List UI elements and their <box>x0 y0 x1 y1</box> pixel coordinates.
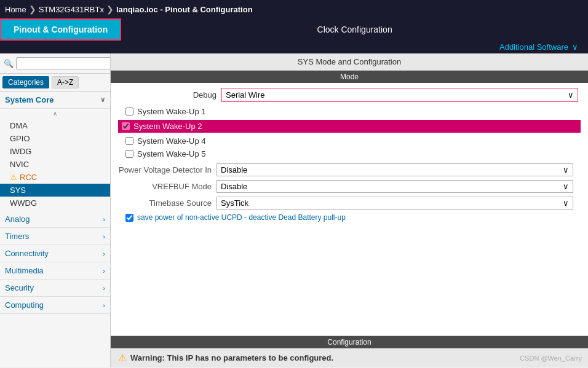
sidebar-tab-categories[interactable]: Categories <box>2 76 49 88</box>
sidebar-category-chevron-computing: › <box>103 302 105 309</box>
warning-triangle-icon: ⚠ <box>118 352 127 364</box>
sidebar-category-label-analog: Analog <box>5 214 30 224</box>
wakeup5-checkbox[interactable] <box>125 150 133 158</box>
sidebar-category-label-multimedia: Multimedia <box>5 266 44 275</box>
additional-software-label: Additional Software <box>499 42 568 52</box>
sidebar-category-chevron-analog: › <box>103 216 105 223</box>
sidebar-category-chevron-connectivity: › <box>103 250 105 257</box>
sidebar-section-chevron-system-core: ∨ <box>100 96 105 104</box>
sidebar-item-wwdg[interactable]: WWDG <box>0 197 110 209</box>
sidebar-tabs: Categories A->Z <box>0 74 110 92</box>
sidebar-item-label-iwdg: IWDG <box>10 147 31 156</box>
sidebar-category-security[interactable]: Security › <box>0 280 110 297</box>
wakeup4-label: System Wake-Up 4 <box>137 136 206 146</box>
wakeup2-row: System Wake-Up 2 <box>118 120 581 133</box>
wakeup5-row: System Wake-Up 5 <box>125 149 581 159</box>
sidebar-item-label-sys: SYS <box>10 186 26 195</box>
pvd-value: Disable <box>221 165 247 174</box>
additional-software-bar: Additional Software ∨ <box>0 41 588 53</box>
sidebar-category-label-computing: Computing <box>5 300 44 310</box>
sidebar-item-label-rcc: RCC <box>20 173 37 182</box>
breadcrumb-mcu[interactable]: STM32G431RBTx <box>39 5 104 14</box>
pvd-row: Power Voltage Detector In Disable ∨ <box>118 163 581 176</box>
timebase-select[interactable]: SysTick ∨ <box>217 197 573 209</box>
breadcrumb: Home ❯ STM32G431RBTx ❯ lanqiao.ioc - Pin… <box>0 0 588 18</box>
breadcrumb-sep-1: ❯ <box>29 4 36 14</box>
sidebar-category-computing[interactable]: Computing › <box>0 297 110 314</box>
sidebar-category-connectivity[interactable]: Connectivity › <box>0 245 110 262</box>
scroll-up-icon[interactable]: ∧ <box>53 110 57 117</box>
tab-clock[interactable]: Clock Configuration <box>121 18 588 41</box>
wakeup5-label: System Wake-Up 5 <box>137 149 206 159</box>
vrefbuf-row: VREFBUF Mode Disable ∨ <box>118 180 581 193</box>
content-title: SYS Mode and Configuration <box>111 53 588 71</box>
vrefbuf-arrow-icon: ∨ <box>563 182 569 191</box>
timebase-value: SysTick <box>221 198 248 208</box>
config-area: Debug Serial Wire ∨ System Wake-Up 1 Sys… <box>111 83 588 335</box>
bottom-section: Configuration ⚠ Warning: This IP has no … <box>111 335 588 367</box>
wakeup2-label: System Wake-Up 2 <box>133 122 202 131</box>
additional-chevron-icon[interactable]: ∨ <box>572 42 578 52</box>
timebase-label: Timebase Source <box>118 198 217 208</box>
sidebar-item-nvic[interactable]: NVIC <box>0 158 110 171</box>
sidebar: 🔍 ∨ ⚙ Categories A->Z System Core ∨ ∧ DM… <box>0 53 111 367</box>
sidebar-item-rcc[interactable]: ⚠ RCC <box>0 171 110 184</box>
wakeup1-row: System Wake-Up 1 <box>125 107 581 116</box>
search-input[interactable] <box>16 57 111 69</box>
sidebar-item-label-wwdg: WWDG <box>10 198 37 208</box>
save-checkbox-row: save power of non-active UCPD - deactive… <box>125 213 581 222</box>
sidebar-item-label-dma: DMA <box>10 121 28 130</box>
search-icon: 🔍 <box>4 59 14 68</box>
content-area: SYS Mode and Configuration Mode Debug Se… <box>111 53 588 367</box>
sidebar-item-dma[interactable]: DMA <box>0 119 110 132</box>
breadcrumb-home[interactable]: Home <box>5 5 26 14</box>
wakeup2-checkbox[interactable] <box>122 122 130 130</box>
timebase-row: Timebase Source SysTick ∨ <box>118 197 581 209</box>
main-layout: 🔍 ∨ ⚙ Categories A->Z System Core ∨ ∧ DM… <box>0 53 588 367</box>
pvd-label: Power Voltage Detector In <box>118 165 217 174</box>
sidebar-section-system-core: System Core ∨ ∧ DMA GPIO IWDG NVIC <box>0 92 110 211</box>
sidebar-category-label-security: Security <box>5 283 34 292</box>
sidebar-item-label-nvic: NVIC <box>10 160 29 169</box>
watermark: CSDN @Wen_Carry <box>520 354 582 362</box>
debug-select[interactable]: Serial Wire ∨ <box>221 88 578 102</box>
save-checkbox[interactable] <box>125 214 133 222</box>
rcc-warning-icon: ⚠ <box>10 173 17 182</box>
pvd-arrow-icon: ∨ <box>563 165 569 174</box>
mode-bar: Mode <box>111 71 588 83</box>
vrefbuf-label: VREFBUF Mode <box>118 182 217 191</box>
debug-value: Serial Wire <box>226 90 265 100</box>
sidebar-category-timers[interactable]: Timers › <box>0 228 110 245</box>
vrefbuf-select[interactable]: Disable ∨ <box>217 180 573 193</box>
sidebar-item-iwdg[interactable]: IWDG <box>0 145 110 158</box>
sidebar-search-row: 🔍 ∨ ⚙ <box>0 53 110 74</box>
sidebar-category-analog[interactable]: Analog › <box>0 211 110 228</box>
sidebar-item-gpio[interactable]: GPIO <box>0 132 110 145</box>
sidebar-category-label-connectivity: Connectivity <box>5 249 49 258</box>
sidebar-tab-az[interactable]: A->Z <box>52 76 79 88</box>
debug-label: Debug <box>118 90 217 100</box>
pvd-select[interactable]: Disable ∨ <box>217 163 573 176</box>
sidebar-section-label-system-core: System Core <box>5 95 54 104</box>
warning-row: ⚠ Warning: This IP has no parameters to … <box>111 348 588 367</box>
sidebar-category-chevron-multimedia: › <box>103 267 105 275</box>
breadcrumb-sep-2: ❯ <box>106 4 114 14</box>
scroll-up-container: ∧ <box>0 109 110 118</box>
wakeup4-checkbox[interactable] <box>125 137 133 145</box>
wakeup1-label: System Wake-Up 1 <box>137 107 206 116</box>
wakeup4-row: System Wake-Up 4 <box>125 136 581 146</box>
sidebar-item-sys[interactable]: SYS <box>0 184 110 197</box>
sidebar-section-header-system-core[interactable]: System Core ∨ <box>0 92 110 109</box>
timebase-arrow-icon: ∨ <box>563 198 569 208</box>
tab-pinout[interactable]: Pinout & Configuration <box>0 18 121 41</box>
debug-dropdown-arrow: ∨ <box>568 90 574 100</box>
sidebar-items-system-core: DMA GPIO IWDG NVIC ⚠ RCC SYS <box>0 118 110 211</box>
wakeup1-checkbox[interactable] <box>125 108 133 115</box>
sidebar-category-multimedia[interactable]: Multimedia › <box>0 262 110 280</box>
sidebar-category-chevron-timers: › <box>103 233 105 240</box>
config-bar-label: Configuration <box>111 336 588 348</box>
save-label: save power of non-active UCPD - deactive… <box>137 213 346 222</box>
vrefbuf-value: Disable <box>221 182 247 191</box>
breadcrumb-current[interactable]: lanqiao.ioc - Pinout & Configuration <box>116 5 253 14</box>
warning-text: Warning: This IP has no parameters to be… <box>130 353 333 362</box>
